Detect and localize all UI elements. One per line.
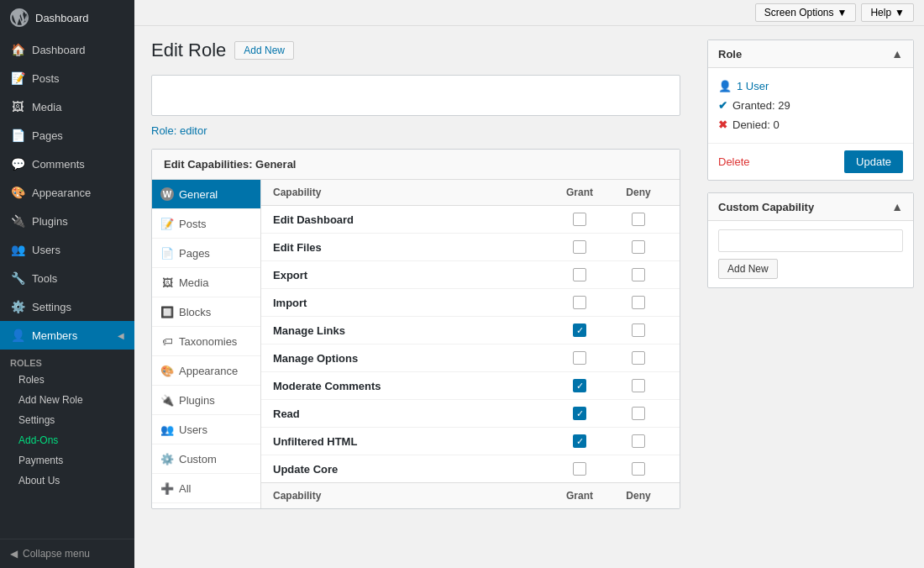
deny-checkbox-0[interactable] xyxy=(632,213,645,226)
page-content: Edit Role Add New Editor Role: editor Ed… xyxy=(134,26,697,568)
grant-checkbox-4[interactable] xyxy=(573,323,586,337)
table-row: Export xyxy=(261,261,680,289)
screen-options-chevron-icon: ▼ xyxy=(837,7,848,18)
deny-col xyxy=(609,296,668,309)
capability-name: Edit Files xyxy=(273,241,550,254)
sidebar-item-media[interactable]: 🖼 Media xyxy=(0,92,134,121)
add-new-cap-button[interactable]: Add New xyxy=(718,259,778,279)
deny-checkbox-5[interactable] xyxy=(632,351,645,365)
deny-checkbox-2[interactable] xyxy=(632,268,645,281)
blocks-cap-icon: 🔲 xyxy=(160,305,174,318)
table-row: Update Core xyxy=(261,455,680,482)
sidebar-item-plugins[interactable]: 🔌 Plugins xyxy=(0,207,134,235)
sidebar-subitem-about-us[interactable]: About Us xyxy=(0,471,134,491)
sidebar-item-members[interactable]: 👤 Members ◀ xyxy=(0,321,134,350)
screen-options-button[interactable]: Screen Options ▼ xyxy=(755,3,857,22)
grant-checkbox-3[interactable] xyxy=(573,296,586,309)
sidebar-item-users[interactable]: 👥 Users xyxy=(0,235,134,264)
deny-checkbox-9[interactable] xyxy=(632,462,645,476)
sidebar-subitem-settings[interactable]: Settings xyxy=(0,410,134,430)
grant-col xyxy=(550,434,609,448)
delete-role-link[interactable]: Delete xyxy=(718,155,750,168)
grant-col xyxy=(550,323,609,337)
sidebar-item-posts[interactable]: 📝 Posts xyxy=(0,64,134,92)
custom-cap-panel-collapse-icon[interactable]: ▲ xyxy=(891,200,903,213)
cap-sidebar-custom[interactable]: ⚙️ Custom xyxy=(152,444,260,474)
wp-logo-icon: W xyxy=(160,187,174,201)
taxonomies-cap-icon: 🏷 xyxy=(160,334,174,348)
sidebar-item-dashboard[interactable]: 🏠 Dashboard xyxy=(0,35,134,64)
capability-name: Read xyxy=(273,408,550,420)
custom-cap-panel-header: Custom Capability ▲ xyxy=(708,193,913,221)
sidebar-item-pages[interactable]: 📄 Pages xyxy=(0,121,134,150)
role-panel-collapse-icon[interactable]: ▲ xyxy=(891,47,903,60)
custom-cap-input[interactable] xyxy=(718,229,903,252)
topbar: Screen Options ▼ Help ▼ xyxy=(134,0,924,26)
grant-checkbox-6[interactable] xyxy=(573,379,586,392)
sidebar-item-appearance[interactable]: 🎨 Appearance xyxy=(0,178,134,207)
cap-sidebar-media[interactable]: 🖼 Media xyxy=(152,268,260,297)
capabilities-layout: W General 📝 Posts 📄 Pages 🖼 xyxy=(152,180,680,508)
grant-checkbox-7[interactable] xyxy=(573,407,586,420)
custom-cap-panel: Custom Capability ▲ Add New xyxy=(707,192,914,288)
cap-sidebar-users[interactable]: 👥 Users xyxy=(152,415,260,444)
granted-label: Granted: 29 xyxy=(732,99,790,112)
plugins-cap-icon: 🔌 xyxy=(160,393,174,407)
sidebar-subitem-roles[interactable]: Roles xyxy=(0,370,134,390)
deny-checkbox-1[interactable] xyxy=(632,240,645,254)
grant-checkbox-1[interactable] xyxy=(573,240,586,254)
appearance-icon: 🎨 xyxy=(10,185,25,200)
deny-checkbox-8[interactable] xyxy=(632,434,645,448)
user-count-link[interactable]: 1 User xyxy=(737,80,769,92)
deny-checkbox-6[interactable] xyxy=(632,379,645,392)
user-count-row: 👤 1 User xyxy=(718,76,903,96)
cap-sidebar-all[interactable]: ➕ All xyxy=(152,474,260,503)
content-area: Edit Role Add New Editor Role: editor Ed… xyxy=(134,26,924,568)
sidebar-item-tools[interactable]: 🔧 Tools xyxy=(0,264,134,292)
denied-label: Denied: 0 xyxy=(732,118,780,131)
role-panel-body: 👤 1 User ✔ Granted: 29 ✖ Denied: 0 xyxy=(708,68,913,143)
capability-name: Manage Options xyxy=(273,352,550,365)
capabilities-sidebar: W General 📝 Posts 📄 Pages 🖼 xyxy=(152,180,261,508)
plugins-icon: 🔌 xyxy=(10,213,25,229)
table-row: Import xyxy=(261,289,680,317)
role-name-input[interactable]: Editor xyxy=(164,86,668,105)
sidebar-item-comments[interactable]: 💬 Comments xyxy=(0,150,134,178)
help-button[interactable]: Help ▼ xyxy=(861,3,914,22)
deny-col xyxy=(609,407,668,420)
collapse-menu-button[interactable]: ◀ Collapse menu xyxy=(0,539,134,568)
sidebar-subitem-add-new-role[interactable]: Add New Role xyxy=(0,390,134,410)
deny-checkbox-4[interactable] xyxy=(632,323,645,337)
cap-sidebar-posts[interactable]: 📝 Posts xyxy=(152,209,260,239)
grant-col xyxy=(550,296,609,309)
grant-checkbox-2[interactable] xyxy=(573,268,586,281)
grant-checkbox-5[interactable] xyxy=(573,351,586,365)
capability-name: Moderate Comments xyxy=(273,380,550,392)
grant-checkbox-0[interactable] xyxy=(573,213,586,226)
grant-col xyxy=(550,240,609,254)
cap-sidebar-pages[interactable]: 📄 Pages xyxy=(152,239,260,268)
add-new-role-button[interactable]: Add New xyxy=(234,41,294,60)
sidebar-item-settings[interactable]: ⚙️ Settings xyxy=(0,292,134,321)
deny-col xyxy=(609,240,668,254)
cap-sidebar-taxonomies[interactable]: 🏷 Taxonomies xyxy=(152,327,260,356)
cap-sidebar-plugins[interactable]: 🔌 Plugins xyxy=(152,386,260,415)
deny-checkbox-7[interactable] xyxy=(632,407,645,420)
cap-table-header: Capability Grant Deny xyxy=(261,180,680,206)
table-row: Edit Dashboard xyxy=(261,206,680,234)
sidebar-subitem-add-ons[interactable]: Add-Ons xyxy=(0,430,134,450)
deny-checkbox-3[interactable] xyxy=(632,296,645,309)
sidebar-logo[interactable]: Dashboard xyxy=(0,0,134,35)
media-icon: 🖼 xyxy=(10,99,25,114)
grant-checkbox-8[interactable] xyxy=(573,434,586,448)
page-title: Edit Role xyxy=(151,39,226,61)
cap-sidebar-blocks[interactable]: 🔲 Blocks xyxy=(152,297,260,327)
grant-checkbox-9[interactable] xyxy=(573,462,586,476)
update-role-button[interactable]: Update xyxy=(844,150,903,173)
role-name-box: Editor xyxy=(151,75,680,116)
cap-sidebar-general[interactable]: W General xyxy=(152,180,260,209)
capability-name: Unfiltered HTML xyxy=(273,435,550,448)
grant-col xyxy=(550,407,609,420)
sidebar-subitem-payments[interactable]: Payments xyxy=(0,450,134,471)
cap-sidebar-appearance[interactable]: 🎨 Appearance xyxy=(152,356,260,386)
